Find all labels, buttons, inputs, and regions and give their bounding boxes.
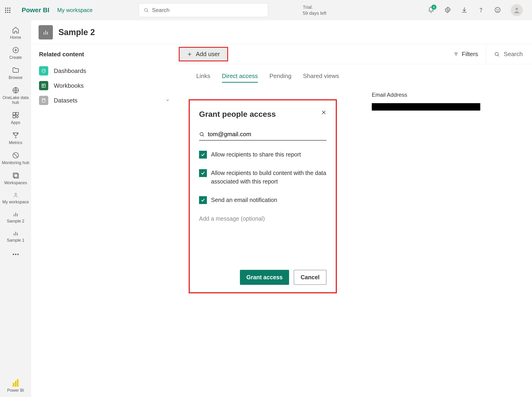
apps-icon [12, 112, 19, 119]
grant-access-dialog: Grant people access Allow recipients to … [189, 99, 337, 293]
related-datasets[interactable]: Datasets [39, 93, 170, 108]
notifications-button[interactable]: 4 [428, 6, 435, 14]
account-avatar[interactable] [511, 4, 523, 16]
nav-home[interactable]: Home [0, 24, 31, 44]
notification-badge: 4 [431, 5, 436, 10]
tab-direct-access[interactable]: Direct access [222, 73, 258, 83]
svg-point-7 [516, 8, 518, 10]
svg-point-3 [481, 11, 481, 12]
search-icon [144, 8, 149, 13]
nav-sample-2[interactable]: Sample 2 [0, 209, 31, 228]
app-launcher-icon[interactable] [5, 8, 10, 13]
svg-point-18 [15, 193, 16, 195]
smiley-icon [494, 6, 501, 13]
folder-icon [12, 67, 19, 74]
gear-icon [444, 6, 451, 13]
nav-monitoring[interactable]: Monitoring hub [0, 149, 31, 169]
settings-button[interactable] [444, 6, 451, 14]
option-send-email[interactable]: Send an email notification [199, 196, 326, 205]
svg-line-1 [147, 11, 148, 12]
svg-rect-14 [13, 115, 15, 118]
global-search[interactable]: Search [139, 3, 268, 17]
person-icon [513, 6, 520, 14]
tab-links[interactable]: Links [196, 73, 210, 83]
help-button[interactable] [477, 6, 484, 14]
dialog-close-button[interactable] [321, 110, 326, 116]
permissions-toolbar: Add user Filters Search [178, 44, 532, 64]
bars-icon [13, 230, 19, 236]
svg-rect-13 [16, 112, 19, 115]
top-header: Power BI My workspace Search Trial: 59 d… [0, 0, 532, 20]
nav-metrics[interactable]: Metrics [0, 129, 31, 149]
related-content-heading: Related content [39, 51, 170, 58]
recipient-input[interactable] [208, 131, 326, 138]
filters-button[interactable]: Filters [446, 50, 486, 58]
svg-line-46 [203, 135, 204, 136]
option-allow-build[interactable]: Allow recipients to build content with t… [199, 169, 326, 186]
nav-apps[interactable]: Apps [0, 109, 31, 129]
related-workbooks[interactable]: Workbooks [39, 78, 170, 93]
svg-rect-12 [13, 112, 15, 115]
cancel-button[interactable]: Cancel [294, 270, 326, 285]
nav-footer[interactable]: Power BI [7, 379, 24, 397]
svg-point-41 [495, 52, 498, 56]
dashboard-icon [39, 66, 48, 75]
close-icon [321, 110, 326, 115]
workspace-breadcrumb[interactable]: My workspace [57, 7, 93, 13]
download-button[interactable] [461, 6, 468, 14]
svg-line-42 [498, 55, 499, 56]
checkbox-checked-icon[interactable] [199, 196, 207, 204]
ellipsis-icon [13, 254, 19, 255]
chevron-down-icon [165, 97, 170, 104]
nav-create[interactable]: Create [0, 44, 31, 64]
workbook-icon [39, 81, 48, 90]
help-icon [477, 6, 484, 13]
plus-circle-icon [12, 46, 19, 54]
title-bar: Sample 2 [31, 20, 532, 44]
nav-more[interactable] [0, 247, 31, 261]
nav-workspaces[interactable]: Workspaces [0, 169, 31, 190]
permissions-tabs: Links Direct access Pending Shared views [178, 64, 532, 86]
nav-my-workspace[interactable]: My workspace [0, 190, 31, 209]
powerbi-logo-icon [13, 379, 19, 387]
tab-pending[interactable]: Pending [269, 73, 291, 83]
plus-icon [187, 52, 192, 57]
dialog-title: Grant people access [199, 110, 276, 119]
download-icon [461, 6, 468, 13]
svg-point-27 [17, 254, 19, 255]
nav-browse[interactable]: Browse [0, 64, 31, 84]
svg-rect-17 [14, 174, 19, 178]
search-icon [494, 51, 500, 57]
svg-point-45 [200, 132, 203, 136]
globe-icon [12, 87, 19, 94]
page-title: Sample 2 [58, 27, 95, 37]
report-type-chip [38, 25, 53, 39]
trial-status: Trial: 59 days left [303, 4, 326, 16]
svg-rect-16 [13, 173, 18, 177]
dataset-icon [39, 96, 48, 105]
checkbox-checked-icon[interactable] [199, 151, 207, 159]
grant-access-button[interactable]: Grant access [240, 270, 289, 285]
bars-icon [13, 211, 19, 217]
svg-point-35 [42, 99, 45, 100]
nav-onelake[interactable]: OneLake data hub [0, 84, 31, 109]
person-small-icon [13, 192, 19, 198]
tab-shared-views[interactable]: Shared views [303, 73, 339, 83]
message-field[interactable]: Add a message (optional) [199, 215, 326, 222]
feedback-button[interactable] [494, 6, 501, 14]
checkbox-checked-icon[interactable] [199, 169, 207, 177]
search-icon [199, 131, 205, 137]
nav-sample-1[interactable]: Sample 1 [0, 228, 31, 247]
svg-point-25 [13, 254, 14, 255]
option-allow-share[interactable]: Allow recipients to share this report [199, 150, 326, 159]
svg-point-4 [495, 7, 500, 12]
recipient-search-field[interactable] [199, 131, 326, 141]
left-nav-rail: Home Create Browse OneLake data hub Apps… [0, 20, 31, 397]
permissions-search[interactable]: Search [486, 44, 532, 64]
column-email-header: Email Address [372, 92, 532, 103]
trophy-icon [12, 131, 19, 139]
related-dashboards[interactable]: Dashboards [39, 63, 170, 78]
filter-icon [453, 52, 459, 57]
add-user-button[interactable]: Add user [179, 47, 228, 61]
redacted-email-cell [372, 103, 480, 111]
